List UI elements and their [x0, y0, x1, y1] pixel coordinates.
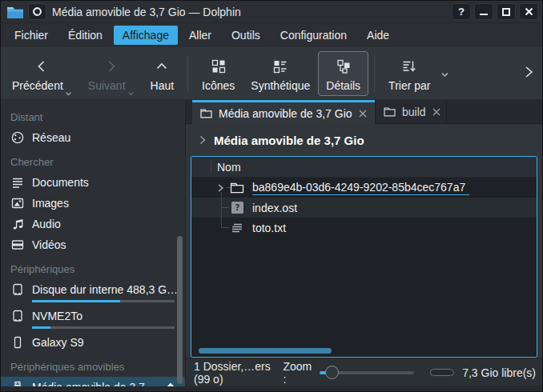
- sidebar-item-internal-disk[interactable]: Disque dur interne 488,3 G…: [1, 279, 185, 306]
- free-space-label: 7,3 Gio libre(s): [462, 366, 536, 379]
- details-view-button[interactable]: Détails: [318, 51, 368, 96]
- tab-media-amovible[interactable]: Média amovible de 3,7 Gio: [192, 100, 375, 124]
- file-row-folder[interactable]: ba869e4b-03d6-4249-9202-85b4cec767a7: [191, 178, 537, 198]
- sidebar-item-network[interactable]: Réseau: [1, 127, 185, 148]
- toolbar-overflow-button[interactable]: [523, 65, 534, 79]
- titlebar: Média amovible de 3,7 Gio — Dolphin ?: [1, 1, 542, 23]
- horizontal-scrollbar[interactable]: [199, 348, 332, 354]
- menu-fichier[interactable]: Fichier: [6, 26, 57, 45]
- removable-device-badge-button[interactable]: [28, 3, 46, 20]
- menu-outils[interactable]: Outils: [223, 26, 269, 45]
- file-name[interactable]: ba869e4b-03d6-4249-9202-85b4cec767a7: [252, 181, 469, 195]
- column-separator: [211, 160, 211, 174]
- icons-view-icon: [211, 57, 227, 76]
- disk-usage-bar: [32, 326, 175, 329]
- sidebar-item-documents[interactable]: Documents: [1, 172, 185, 193]
- tree-line: [221, 227, 229, 228]
- maximize-button[interactable]: [497, 3, 516, 20]
- sort-by-button[interactable]: Trier par: [380, 51, 438, 96]
- sidebar-item-videos[interactable]: Vidéos: [1, 234, 185, 255]
- file-name[interactable]: index.ost: [252, 202, 297, 214]
- icons-view-button[interactable]: Icônes: [194, 51, 243, 96]
- zoom-label: Zoom :: [283, 360, 312, 386]
- status-bar: 1 Dossier,…ers (99 o) Zoom : 7,3 Gio lib…: [186, 358, 542, 386]
- back-dropdown-caret-icon[interactable]: [65, 91, 72, 96]
- maximize-icon: [502, 8, 510, 16]
- compact-view-button[interactable]: Synthétique: [243, 51, 318, 96]
- back-button[interactable]: Précédent: [4, 51, 80, 96]
- forward-button[interactable]: Suivant: [80, 51, 143, 96]
- menu-affichage[interactable]: Affichage: [114, 26, 178, 45]
- zoom-slider[interactable]: [320, 366, 414, 380]
- document-lines-icon: [10, 175, 25, 190]
- up-label: Haut: [151, 79, 175, 92]
- help-button[interactable]: ?: [452, 3, 471, 20]
- menu-edition[interactable]: Édition: [59, 26, 111, 45]
- forward-label: Suivant: [88, 79, 126, 92]
- menu-aide[interactable]: Aide: [358, 26, 398, 45]
- disk-usage-bar: [32, 300, 175, 302]
- sidebar-item-label: NVME2To: [32, 310, 177, 322]
- breadcrumb-location[interactable]: Média amovible de 3,7 Gio: [214, 134, 364, 147]
- compact-view-icon: [272, 57, 288, 76]
- sidebar-item-label: Vidéos: [32, 238, 66, 251]
- file-rows: ba869e4b-03d6-4249-9202-85b4cec767a7 ? i…: [191, 178, 537, 238]
- network-icon: [10, 130, 25, 145]
- sidebar-item-label: Média amovible de 3,7 …: [32, 381, 157, 386]
- tab-build[interactable]: build: [375, 100, 447, 123]
- expand-chevron-icon[interactable]: [216, 183, 224, 193]
- details-view-icon: [336, 57, 352, 76]
- sidebar-item-phone[interactable]: Galaxy S9: [1, 332, 185, 353]
- window-title: Média amovible de 3,7 Gio — Dolphin: [52, 6, 241, 18]
- window-body: Distant Réseau Chercher: [1, 100, 542, 386]
- zoom-slider-handle[interactable]: [325, 366, 339, 379]
- close-icon: [525, 7, 533, 16]
- dolphin-window: Média amovible de 3,7 Gio — Dolphin ? Fi…: [0, 0, 543, 392]
- sidebar-item-removable-media[interactable]: Média amovible de 3,7 …: [1, 377, 185, 386]
- up-button[interactable]: Haut: [143, 51, 183, 96]
- sidebar-item-audio[interactable]: Audio: [1, 214, 185, 234]
- svg-text:?: ?: [235, 203, 239, 212]
- unknown-file-icon: ?: [230, 201, 244, 215]
- disk-usage-fill: [32, 326, 50, 329]
- compact-view-label: Synthétique: [251, 79, 310, 92]
- free-space-capacity-bar: [430, 369, 454, 376]
- file-row-toto-txt[interactable]: toto.txt: [191, 218, 537, 238]
- section-removable: Périphériques amovibles: [10, 361, 185, 373]
- film-icon: [10, 238, 25, 252]
- menu-aller[interactable]: Aller: [180, 26, 220, 45]
- sidebar-scrollbar[interactable]: [177, 236, 183, 384]
- breadcrumb-chevron-icon[interactable]: [199, 134, 207, 146]
- back-label: Précédent: [12, 79, 63, 92]
- close-button[interactable]: [519, 3, 538, 20]
- chevron-right-icon: [104, 57, 119, 76]
- forward-dropdown-caret-icon: [127, 91, 135, 96]
- minimize-button[interactable]: [474, 3, 493, 20]
- text-file-icon: [230, 221, 244, 235]
- main-area: Média amovible de 3,7 Gio build: [186, 100, 542, 386]
- tab-close-button[interactable]: [359, 110, 367, 118]
- section-devices: Périphériques: [10, 263, 185, 275]
- file-row-index-ost[interactable]: ? index.ost: [191, 198, 537, 218]
- file-name[interactable]: toto.txt: [252, 222, 286, 234]
- sidebar-item-label: Galaxy S9: [32, 336, 84, 349]
- breadcrumb: Média amovible de 3,7 Gio: [186, 124, 542, 156]
- column-header-nom[interactable]: Nom: [217, 161, 241, 174]
- tab-close-button[interactable]: [432, 108, 440, 116]
- sort-icon: [401, 57, 417, 76]
- sidebar-item-nvme-disk[interactable]: NVME2To: [1, 306, 185, 332]
- sort-by-label: Trier par: [388, 79, 430, 92]
- sidebar-item-images[interactable]: Images: [1, 193, 185, 214]
- toolbar: Précédent Suivant Haut: [1, 47, 542, 100]
- chevron-left-icon: [34, 57, 49, 76]
- icons-view-label: Icônes: [202, 79, 235, 92]
- toolbar-separator: [187, 55, 188, 92]
- menubar: Fichier Édition Affichage Aller Outils C…: [1, 23, 542, 47]
- places-panel: Distant Réseau Chercher: [1, 100, 186, 386]
- usb-stick-icon: [10, 380, 25, 386]
- sort-dropdown-caret-icon[interactable]: [440, 72, 449, 78]
- column-header-row: Nom: [191, 157, 537, 178]
- tab-label: Média amovible de 3,7 Gio: [219, 107, 352, 120]
- menu-configuration[interactable]: Configuration: [272, 26, 356, 45]
- eject-button[interactable]: [164, 382, 177, 386]
